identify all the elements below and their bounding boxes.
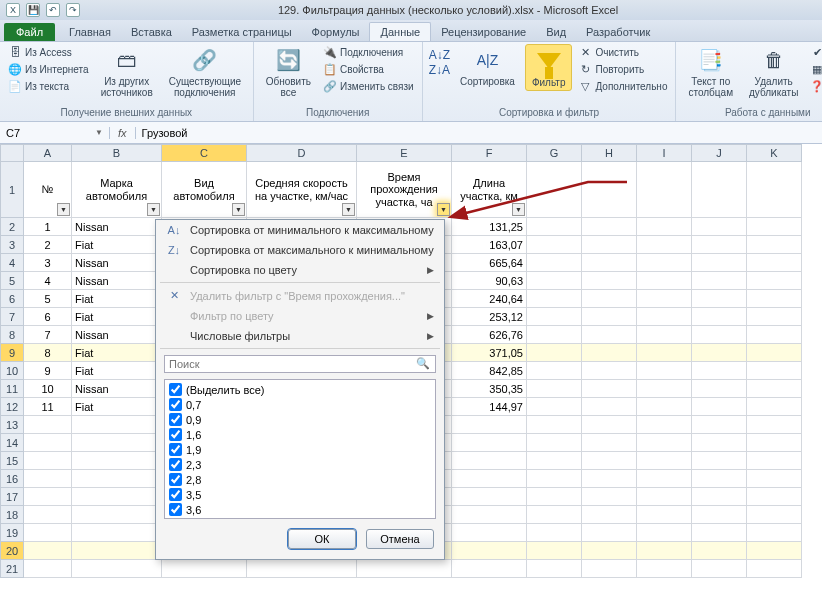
cell-num[interactable]: 1: [24, 218, 72, 236]
filter-button[interactable]: Фильтр: [525, 44, 573, 91]
cell-empty[interactable]: [527, 506, 582, 524]
connections-button[interactable]: 🔌Подключения: [321, 44, 416, 60]
name-box[interactable]: C7▼: [0, 127, 110, 139]
cell-length[interactable]: 90,63: [452, 272, 527, 290]
cell-empty[interactable]: [527, 470, 582, 488]
cell-empty[interactable]: [452, 416, 527, 434]
cell-empty[interactable]: [24, 416, 72, 434]
cell-empty[interactable]: [747, 452, 802, 470]
cell-empty[interactable]: [452, 524, 527, 542]
filter-value-input[interactable]: [169, 413, 182, 426]
cell-empty[interactable]: [582, 362, 637, 380]
cell-empty[interactable]: [527, 416, 582, 434]
row-header[interactable]: 12: [0, 398, 24, 416]
row-header[interactable]: 20: [0, 542, 24, 560]
cell-empty[interactable]: [747, 236, 802, 254]
save-icon[interactable]: 💾: [26, 3, 40, 17]
tab-data[interactable]: Данные: [369, 22, 431, 41]
row-header[interactable]: 17: [0, 488, 24, 506]
cell-empty[interactable]: [527, 254, 582, 272]
cell-empty[interactable]: [747, 272, 802, 290]
cell-empty[interactable]: [692, 542, 747, 560]
cell-empty[interactable]: [637, 326, 692, 344]
cell-empty[interactable]: [637, 542, 692, 560]
cell-empty[interactable]: [582, 290, 637, 308]
tab-formulas[interactable]: Формулы: [302, 23, 370, 41]
cell-empty[interactable]: [162, 560, 247, 578]
cell-empty[interactable]: [747, 470, 802, 488]
cell-empty[interactable]: [527, 452, 582, 470]
cell-empty[interactable]: [582, 272, 637, 290]
cell-empty[interactable]: [24, 542, 72, 560]
cell-length[interactable]: 131,25: [452, 218, 527, 236]
clear-filter-button[interactable]: ✕Очистить: [576, 44, 669, 60]
cell-empty[interactable]: [72, 416, 162, 434]
cell-brand[interactable]: Nissan: [72, 254, 162, 272]
row-header[interactable]: 15: [0, 452, 24, 470]
tab-home[interactable]: Главная: [59, 23, 121, 41]
sort-descending-item[interactable]: Z↓Сортировка от максимального к минималь…: [156, 240, 444, 260]
row-header[interactable]: 7: [0, 308, 24, 326]
cell-num[interactable]: 7: [24, 326, 72, 344]
select-all-checkbox[interactable]: (Выделить все): [169, 382, 431, 397]
cell-empty[interactable]: [692, 344, 747, 362]
filter-value-input[interactable]: [169, 518, 182, 519]
filter-value-checkbox[interactable]: 0,7: [169, 397, 431, 412]
cell-empty[interactable]: [24, 434, 72, 452]
select-all-corner[interactable]: [0, 144, 24, 162]
cell-empty[interactable]: [582, 488, 637, 506]
row-header[interactable]: 6: [0, 290, 24, 308]
cell-empty[interactable]: [72, 524, 162, 542]
filter-arrow-E[interactable]: ▼: [437, 203, 450, 216]
cell-brand[interactable]: Fiat: [72, 362, 162, 380]
cell-empty[interactable]: [582, 416, 637, 434]
cell-length[interactable]: 253,12: [452, 308, 527, 326]
reapply-button[interactable]: ↻Повторить: [576, 61, 669, 77]
tab-review[interactable]: Рецензирование: [431, 23, 536, 41]
cell-brand[interactable]: Fiat: [72, 236, 162, 254]
filter-search-input[interactable]: [164, 355, 436, 373]
row-header[interactable]: 3: [0, 236, 24, 254]
cell-empty[interactable]: [582, 542, 637, 560]
cell-brand[interactable]: Fiat: [72, 308, 162, 326]
cell-empty[interactable]: [452, 452, 527, 470]
cell-empty[interactable]: [637, 162, 692, 218]
cell-empty[interactable]: [692, 236, 747, 254]
filter-arrow-F[interactable]: ▼: [512, 203, 525, 216]
cell-empty[interactable]: [692, 488, 747, 506]
cell-empty[interactable]: [527, 380, 582, 398]
header-cell-num[interactable]: №▼: [24, 162, 72, 218]
cell-empty[interactable]: [582, 524, 637, 542]
cell-empty[interactable]: [527, 290, 582, 308]
cell-empty[interactable]: [527, 362, 582, 380]
cell-length[interactable]: 163,07: [452, 236, 527, 254]
cell-brand[interactable]: Fiat: [72, 344, 162, 362]
cell-empty[interactable]: [452, 506, 527, 524]
from-access-button[interactable]: 🗄Из Access: [6, 44, 91, 60]
filter-value-checkbox[interactable]: 1,6: [169, 427, 431, 442]
from-other-button[interactable]: 🗃Из других источников: [95, 44, 159, 100]
sort-asc-icon[interactable]: A↓Z: [429, 48, 450, 62]
number-filters-item[interactable]: Числовые фильтры▶: [156, 326, 444, 346]
refresh-all-button[interactable]: 🔄Обновить все: [260, 44, 317, 100]
cell-empty[interactable]: [582, 326, 637, 344]
row-header[interactable]: 19: [0, 524, 24, 542]
cell-empty[interactable]: [72, 470, 162, 488]
cell-empty[interactable]: [637, 362, 692, 380]
cell-empty[interactable]: [247, 560, 357, 578]
cell-empty[interactable]: [637, 218, 692, 236]
filter-arrow-C[interactable]: ▼: [232, 203, 245, 216]
remove-duplicates-button[interactable]: 🗑Удалить дубликаты: [743, 44, 804, 100]
col-header-G[interactable]: G: [527, 144, 582, 162]
cell-empty[interactable]: [747, 560, 802, 578]
col-header-F[interactable]: F: [452, 144, 527, 162]
cell-num[interactable]: 3: [24, 254, 72, 272]
file-tab[interactable]: Файл: [4, 23, 55, 41]
row-header[interactable]: 4: [0, 254, 24, 272]
cell-empty[interactable]: [527, 344, 582, 362]
row-header[interactable]: 9: [0, 344, 24, 362]
cell-num[interactable]: 10: [24, 380, 72, 398]
cell-empty[interactable]: [692, 452, 747, 470]
cell-length[interactable]: 144,97: [452, 398, 527, 416]
select-all-input[interactable]: [169, 383, 182, 396]
